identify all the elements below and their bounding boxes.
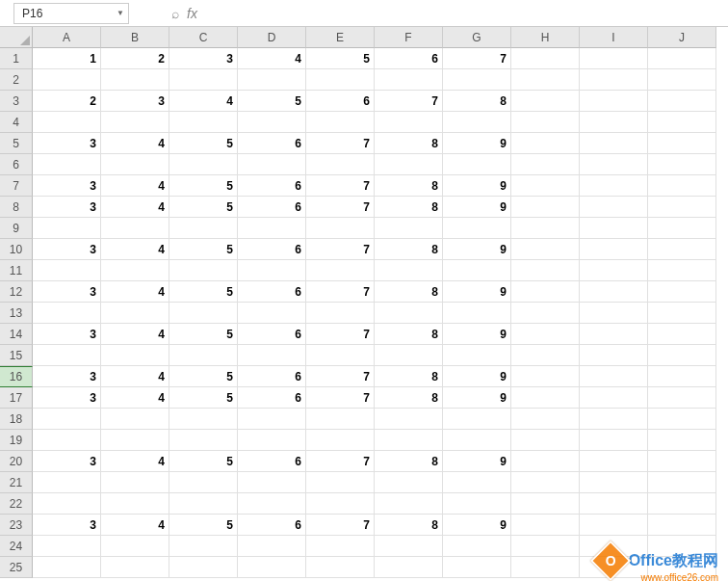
cell[interactable]	[169, 430, 238, 451]
column-header[interactable]: J	[648, 27, 716, 48]
cell[interactable]: 9	[443, 281, 511, 303]
cell[interactable]	[443, 260, 511, 281]
cell[interactable]	[580, 69, 648, 91]
cell[interactable]: 5	[169, 451, 238, 472]
cell[interactable]	[648, 175, 716, 197]
cell[interactable]: 6	[238, 133, 306, 154]
cell[interactable]	[169, 112, 238, 133]
cell[interactable]: 4	[101, 239, 169, 260]
row-header[interactable]: 3	[0, 91, 33, 112]
cell[interactable]: 8	[375, 239, 443, 260]
cell[interactable]	[375, 409, 443, 430]
column-header[interactable]: G	[443, 27, 511, 48]
cell[interactable]	[306, 493, 375, 515]
cell[interactable]	[443, 430, 511, 451]
row-header[interactable]: 4	[0, 112, 33, 133]
cell[interactable]: 8	[443, 91, 511, 112]
cell[interactable]	[648, 112, 716, 133]
cell[interactable]	[511, 239, 580, 260]
cell[interactable]: 3	[169, 48, 238, 69]
cell[interactable]: 8	[375, 133, 443, 154]
cell[interactable]	[375, 536, 443, 557]
cell[interactable]: 3	[33, 197, 101, 218]
cell[interactable]	[648, 430, 716, 451]
cell[interactable]: 7	[306, 281, 375, 303]
select-all-corner[interactable]	[0, 27, 33, 48]
cell[interactable]	[648, 366, 716, 387]
cell[interactable]: 7	[306, 387, 375, 409]
cell[interactable]	[648, 197, 716, 218]
row-header[interactable]: 25	[0, 557, 33, 578]
search-icon[interactable]: ⌕	[171, 6, 179, 21]
cell[interactable]	[580, 197, 648, 218]
cell[interactable]	[648, 387, 716, 409]
cell[interactable]: 3	[33, 175, 101, 197]
cell[interactable]: 7	[306, 451, 375, 472]
cell[interactable]: 5	[306, 48, 375, 69]
cell[interactable]	[169, 303, 238, 324]
cell[interactable]	[580, 154, 648, 175]
cell[interactable]	[511, 409, 580, 430]
row-header[interactable]: 9	[0, 218, 33, 239]
cell[interactable]	[169, 260, 238, 281]
cell[interactable]	[238, 303, 306, 324]
cell[interactable]	[306, 430, 375, 451]
cell[interactable]	[511, 430, 580, 451]
cell[interactable]	[511, 133, 580, 154]
row-header[interactable]: 18	[0, 409, 33, 430]
cell[interactable]	[375, 303, 443, 324]
cell[interactable]	[33, 260, 101, 281]
cell[interactable]: 7	[306, 366, 375, 387]
cell[interactable]	[511, 154, 580, 175]
formula-input[interactable]	[205, 3, 728, 24]
cell[interactable]	[580, 430, 648, 451]
cell[interactable]	[648, 515, 716, 536]
row-header[interactable]: 6	[0, 154, 33, 175]
cell[interactable]: 9	[443, 133, 511, 154]
cell[interactable]: 6	[238, 451, 306, 472]
cell[interactable]	[169, 472, 238, 493]
row-header[interactable]: 24	[0, 536, 33, 557]
cell[interactable]	[511, 387, 580, 409]
cell[interactable]: 8	[375, 197, 443, 218]
row-header[interactable]: 11	[0, 260, 33, 281]
cell[interactable]	[169, 69, 238, 91]
row-header[interactable]: 14	[0, 324, 33, 345]
cell[interactable]	[580, 451, 648, 472]
cell[interactable]	[101, 260, 169, 281]
cell[interactable]	[511, 557, 580, 578]
cell[interactable]	[580, 366, 648, 387]
cell[interactable]: 6	[238, 239, 306, 260]
row-header[interactable]: 15	[0, 345, 33, 366]
cell[interactable]: 9	[443, 197, 511, 218]
cell[interactable]: 6	[306, 91, 375, 112]
cell[interactable]	[511, 175, 580, 197]
cell[interactable]	[306, 218, 375, 239]
cell[interactable]: 5	[169, 366, 238, 387]
cell[interactable]	[648, 409, 716, 430]
cell[interactable]	[580, 281, 648, 303]
chevron-down-icon[interactable]: ▼	[117, 9, 124, 17]
cell[interactable]	[169, 345, 238, 366]
cell[interactable]	[101, 303, 169, 324]
cell[interactable]	[33, 493, 101, 515]
cell[interactable]	[580, 515, 648, 536]
cell[interactable]: 6	[238, 515, 306, 536]
cell[interactable]	[101, 345, 169, 366]
cell[interactable]	[238, 409, 306, 430]
cell[interactable]: 8	[375, 451, 443, 472]
cell[interactable]	[375, 260, 443, 281]
cell[interactable]: 3	[33, 366, 101, 387]
cell[interactable]: 2	[33, 91, 101, 112]
cell[interactable]: 4	[101, 175, 169, 197]
cell[interactable]	[648, 154, 716, 175]
cell[interactable]	[648, 493, 716, 515]
cell[interactable]	[306, 154, 375, 175]
row-header[interactable]: 21	[0, 472, 33, 493]
cell[interactable]	[511, 536, 580, 557]
cell[interactable]: 8	[375, 175, 443, 197]
cell[interactable]: 6	[375, 48, 443, 69]
cell[interactable]	[580, 175, 648, 197]
row-header[interactable]: 8	[0, 197, 33, 218]
cell[interactable]	[580, 112, 648, 133]
